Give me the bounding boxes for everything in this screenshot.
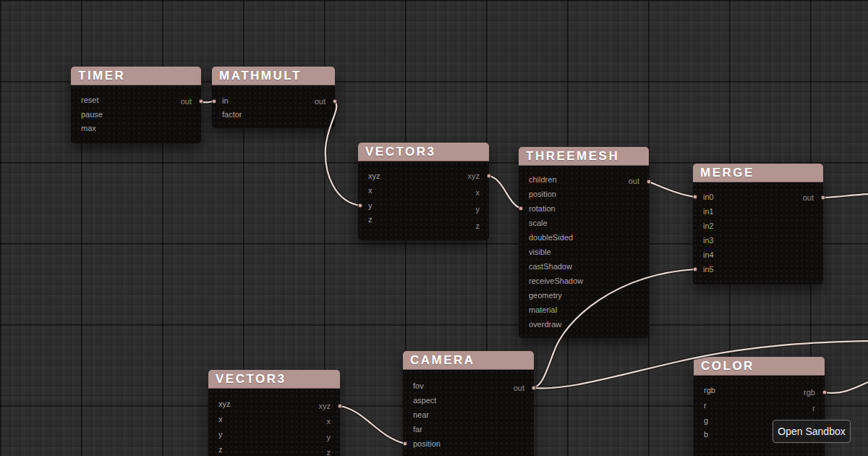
input-port-in4[interactable]: in4	[703, 250, 714, 260]
input-port-far[interactable]: far	[413, 424, 422, 434]
input-port-in0[interactable]: in0	[703, 192, 714, 202]
node-timer-0[interactable]: TIMERresetpausemaxout	[71, 67, 201, 143]
input-port-in5[interactable]: in5	[703, 264, 714, 274]
node-camera-5[interactable]: CAMERAfovaspectnearfarpositionout	[403, 351, 534, 456]
node-title[interactable]: MERGE	[693, 164, 823, 182]
node-vector3-6[interactable]: VECTOR3xyzxyzxyzxyz	[208, 370, 340, 456]
wire-merge-out-to-right-edge[interactable]	[821, 194, 868, 200]
input-port-visible[interactable]: visible	[529, 247, 551, 257]
input-port-max[interactable]: max	[81, 123, 96, 133]
node-title[interactable]: COLOR	[694, 357, 825, 376]
output-port-x[interactable]: x	[476, 187, 480, 198]
node-mathmult-1[interactable]: MATHMULTinfactorout	[212, 67, 335, 128]
input-port-y[interactable]: y	[218, 429, 223, 439]
output-port-xyz[interactable]: xyz	[468, 171, 480, 181]
open-sandbox-button[interactable]: Open Sandbox	[773, 420, 851, 443]
output-port-out[interactable]: out	[514, 383, 524, 393]
input-port-children[interactable]: children	[529, 174, 557, 185]
output-port-x[interactable]: x	[327, 416, 331, 426]
input-port-pause[interactable]: pause	[81, 109, 103, 119]
node-body: xyzxyzxyzxyz	[208, 389, 340, 456]
node-body: fovaspectnearfarpositionout	[403, 370, 534, 456]
input-port-y[interactable]: y	[368, 200, 373, 211]
input-port-in2[interactable]: in2	[703, 221, 714, 231]
node-title[interactable]: CAMERA	[403, 351, 534, 370]
output-port-out[interactable]: out	[181, 96, 192, 106]
input-port-rgb[interactable]: rgb	[704, 385, 715, 395]
node-title[interactable]: TIMER	[71, 67, 201, 85]
wire-vector3b-xyz-to-camera-position[interactable]	[338, 404, 407, 446]
input-port-near[interactable]: near	[413, 410, 429, 420]
output-port-out[interactable]: out	[315, 96, 326, 106]
node-body: xyzxyzxyzxyz	[358, 161, 489, 240]
input-port-r[interactable]: r	[704, 400, 707, 410]
node-title[interactable]: THREEMESH	[519, 147, 649, 166]
node-title[interactable]: MATHMULT	[212, 67, 335, 85]
input-port-geometry[interactable]: geometry	[529, 290, 562, 300]
wire-color-rgb-to-right-edge[interactable]	[822, 381, 868, 394]
node-body: resetpausemaxout	[71, 85, 201, 143]
output-port-rgb[interactable]: rgb	[804, 387, 815, 397]
input-port-rotation[interactable]: rotation	[529, 203, 556, 214]
input-port-in3[interactable]: in3	[703, 235, 714, 245]
input-port-reset[interactable]: reset	[81, 95, 98, 105]
input-port-aspect[interactable]: aspect	[413, 395, 436, 405]
input-port-x[interactable]: x	[218, 414, 223, 424]
node-body: childrenpositionrotationscaledoubleSided…	[519, 166, 649, 338]
output-port-out[interactable]: out	[629, 176, 639, 186]
input-port-receiveShadow[interactable]: receiveShadow	[529, 276, 583, 286]
input-port-in[interactable]: in	[222, 96, 229, 106]
node-body: in0in1in2in3in4in5out	[693, 182, 823, 284]
input-port-position[interactable]: position	[413, 439, 441, 449]
input-port-material[interactable]: material	[529, 305, 557, 315]
output-port-y[interactable]: y	[327, 432, 331, 442]
node-title[interactable]: VECTOR3	[358, 143, 489, 161]
node-vector3-2[interactable]: VECTOR3xyzxyzxyzxyz	[358, 143, 489, 240]
output-port-xyz[interactable]: xyz	[319, 401, 331, 411]
node-threemesh-3[interactable]: THREEMESHchildrenpositionrotationscaledo…	[519, 147, 649, 338]
input-port-scale[interactable]: scale	[529, 218, 548, 228]
input-port-fov[interactable]: fov	[413, 381, 424, 391]
input-port-b[interactable]: b	[704, 429, 708, 439]
input-port-z[interactable]: z	[368, 214, 373, 224]
input-port-position[interactable]: position	[529, 189, 556, 199]
output-port-z[interactable]: z	[327, 447, 331, 456]
input-port-factor[interactable]: factor	[222, 109, 242, 119]
input-port-castShadow[interactable]: castShadow	[529, 261, 572, 271]
output-port-z[interactable]: z	[476, 221, 480, 231]
output-port-out[interactable]: out	[803, 193, 814, 203]
node-body: infactorout	[212, 85, 335, 128]
input-port-doubleSided[interactable]: doubleSided	[529, 232, 573, 242]
node-merge-4[interactable]: MERGEin0in1in2in3in4in5out	[693, 164, 823, 284]
output-port-y[interactable]: y	[476, 204, 480, 214]
output-port-r[interactable]: r	[812, 403, 815, 413]
input-port-g[interactable]: g	[704, 415, 708, 426]
input-port-xyz[interactable]: xyz	[218, 399, 231, 409]
input-port-z[interactable]: z	[218, 444, 223, 455]
node-graph-canvas[interactable]: TIMERresetpausemaxoutMATHMULTinfactorout…	[0, 0, 868, 456]
wire-threemesh-out-to-merge-in0[interactable]	[647, 180, 697, 199]
node-body: rgbrgbrgbrgb	[694, 376, 825, 456]
wire-vector3-xyz-to-threemesh-rotation[interactable]	[487, 174, 523, 211]
input-port-in1[interactable]: in1	[703, 206, 714, 216]
input-port-x[interactable]: x	[368, 185, 373, 195]
node-title[interactable]: VECTOR3	[208, 370, 340, 389]
input-port-overdraw[interactable]: overdraw	[529, 319, 561, 329]
input-port-xyz[interactable]: xyz	[368, 171, 380, 181]
